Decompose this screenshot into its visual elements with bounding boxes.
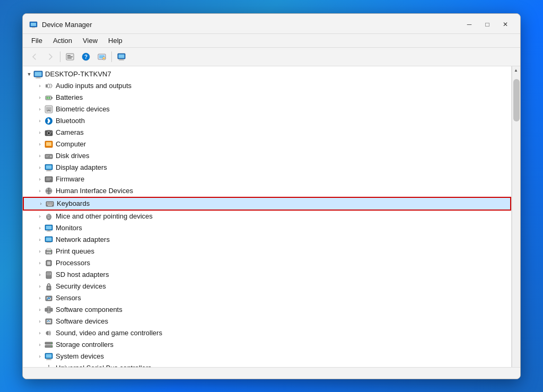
tree-item-display[interactable]: › Display adapters [23,162,511,173]
disk-expand: › [36,152,44,160]
svg-text:?: ? [84,54,87,60]
tree-item-print[interactable]: › Print queues [23,246,511,257]
monitor-button[interactable] [114,50,129,64]
svg-rect-118 [46,359,51,360]
svg-rect-65 [48,214,49,216]
tree-item-network[interactable]: › Network adapters [23,234,511,246]
scroll-up-button[interactable]: ▲ [512,66,520,75]
software-components-icon [44,305,54,315]
usb-icon [44,363,54,367]
svg-point-113 [51,343,52,344]
svg-rect-21 [46,84,48,88]
tree-root[interactable]: ▼ DESKTOP-TKTKVN7 [23,68,511,80]
svg-rect-58 [52,202,53,203]
menu-action[interactable]: Action [49,35,76,46]
title-bar: Device Manager ─ □ ✕ [23,14,520,34]
tree-item-processors[interactable]: › [23,257,511,269]
properties-button[interactable] [63,50,77,64]
monitors-label: Monitors [56,224,82,232]
tree-item-biometric[interactable]: › Biometric devices [23,103,511,115]
svg-rect-14 [119,54,125,58]
bluetooth-expand: › [36,117,44,125]
keyboards-label: Keyboards [57,199,90,207]
svg-rect-19 [37,77,40,78]
menu-view[interactable]: View [78,35,102,46]
svg-rect-72 [47,231,51,231]
svg-rect-99 [48,273,49,275]
svg-rect-100 [49,273,50,275]
tree-item-mice[interactable]: › Mice and other pointing devices [23,211,511,222]
tree-item-usb[interactable]: › Universal Serial Bus controllers [23,362,511,367]
svg-rect-62 [52,204,53,205]
tree-item-sound[interactable]: › Sound, video and game controllers [23,327,511,339]
minimize-button[interactable]: ─ [461,18,478,31]
cameras-icon [44,128,54,137]
window-controls: ─ □ ✕ [461,18,514,31]
svg-rect-63 [48,205,52,206]
root-label: DESKTOP-TKTKVN7 [45,70,111,78]
maximize-button[interactable]: □ [479,18,496,31]
tree-item-batteries[interactable]: › Batteries [23,92,511,103]
tree-item-storage[interactable]: › Storage controllers [23,339,511,351]
help-button[interactable]: ? [78,50,93,64]
svg-point-38 [50,155,52,158]
forward-button[interactable] [43,50,58,64]
svg-rect-33 [47,130,50,131]
svg-rect-50 [48,188,49,190]
scrollbar-thumb[interactable] [513,79,520,121]
tree-item-firmware[interactable]: › Firmware [23,173,511,185]
batteries-icon [44,93,54,102]
scrollbar[interactable]: ▲ [512,66,520,367]
processors-label: Processors [56,259,90,267]
menu-file[interactable]: File [27,35,47,46]
storage-icon [44,340,54,350]
tree-item-software-devices[interactable]: › Software devices [23,316,511,327]
tree-item-sd[interactable]: › SD host adapters [23,269,511,281]
tree-item-computer[interactable]: › Computer [23,138,511,150]
tree-item-cameras[interactable]: › Cameras [23,127,511,138]
svg-rect-61 [50,204,51,205]
tree-item-audio[interactable]: › Audio inputs and outputs [23,80,511,92]
close-button[interactable]: ✕ [497,18,514,31]
back-button[interactable] [27,50,42,64]
tree-item-system[interactable]: › System devices [23,351,511,362]
tree-item-monitors[interactable]: › Monitors [23,222,511,234]
bluetooth-icon [44,116,54,126]
svg-rect-46 [46,178,51,178]
tree-item-hid[interactable]: › Human Interface Devices [23,185,511,197]
svg-rect-44 [46,170,51,171]
tree-panel[interactable]: ▼ DESKTOP-TKTKVN7 › [23,66,512,367]
svg-rect-51 [46,190,49,191]
computer-label: Computer [56,140,86,148]
software-devices-icon [44,317,54,326]
security-label: Security devices [56,282,106,290]
tree-item-software-components[interactable]: › Software components [23,304,511,316]
tree-item-bluetooth[interactable]: › Bluetooth [23,115,511,127]
title-bar-left: Device Manager [29,20,92,29]
sound-expand: › [36,329,44,337]
tree-item-disk[interactable]: › Disk drives [23,150,511,162]
app-icon [29,20,38,29]
biometric-label: Biometric devices [56,105,110,113]
scan-button[interactable] [94,50,109,64]
svg-rect-15 [120,59,123,60]
svg-rect-6 [67,58,72,58]
svg-rect-4 [67,55,71,56]
mice-expand: › [36,212,44,221]
tree-item-keyboards[interactable]: › Keyboards [23,197,511,211]
security-expand: › [36,282,44,291]
computer-icon [44,140,54,149]
svg-rect-25 [49,97,50,99]
system-icon [44,352,54,361]
svg-rect-60 [49,204,50,205]
tree-item-security[interactable]: › Security devices [23,281,511,292]
svg-rect-98 [47,273,48,275]
menu-help[interactable]: Help [104,35,127,46]
tree-item-sensors[interactable]: › Sensors [23,292,511,304]
firmware-label: Firmware [56,175,84,183]
svg-rect-23 [51,97,52,99]
bluetooth-label: Bluetooth [56,117,85,125]
svg-rect-24 [47,97,48,99]
svg-rect-40 [46,156,48,157]
svg-rect-59 [47,204,48,205]
